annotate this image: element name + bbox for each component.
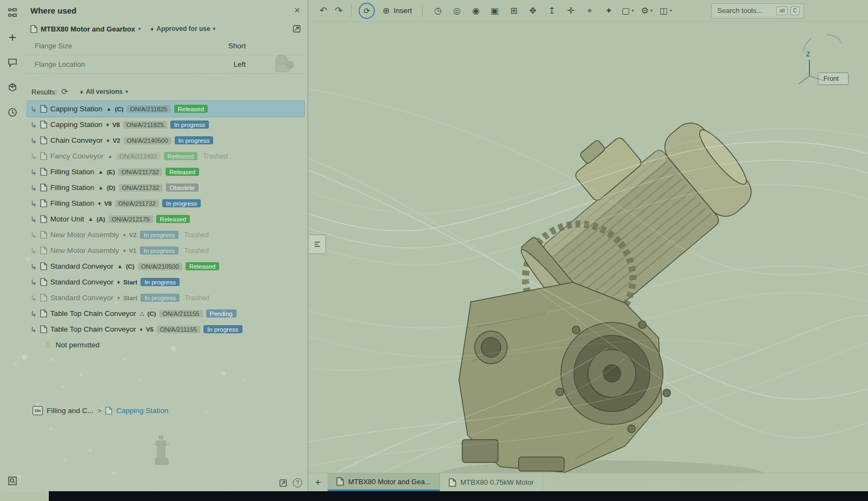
structure-panel-icon[interactable] [7, 7, 18, 18]
result-name: Table Top Chain Conveyor [50, 325, 136, 333]
child-arrow-icon: ↳ [30, 231, 37, 239]
part-number-chip: ON/A/211732 [115, 200, 159, 207]
child-arrow-icon: ↳ [30, 136, 37, 145]
breadcrumb-current-link[interactable]: Capping Station [116, 407, 168, 415]
comment-icon[interactable] [7, 56, 18, 68]
all-versions-label: All versions [86, 88, 123, 96]
breadcrumb-separator: > [97, 407, 101, 415]
result-name: Chain Conveyor [50, 136, 103, 144]
breadcrumb-parent[interactable]: Filling and C... [47, 407, 93, 415]
cylinder-icon[interactable]: ◎ [449, 3, 465, 19]
undo-icon[interactable]: ↶ [316, 3, 331, 18]
toolbar-separator [422, 5, 423, 17]
toolbar-glyph: ◎ [453, 5, 461, 16]
document-icon [30, 25, 37, 33]
where-used-result-row[interactable]: ↳ Fancy Conveyor ▲ ON/A/212432 Released … [27, 148, 304, 164]
rotate-icon[interactable]: ⟳ [359, 3, 375, 19]
document-selector[interactable]: MTBX80 Motor and Gearbox [41, 25, 135, 33]
pattern-icon[interactable]: ⊞ [506, 3, 522, 19]
part-number-chip: ON/A/212175 [108, 215, 153, 223]
field-value[interactable]: Short [228, 42, 246, 50]
part-number-chip: ON/A/210500 [138, 263, 182, 270]
status-badge: In progress [141, 294, 180, 302]
where-used-result-row[interactable]: ↳ New Motor Assembly ♦ V2 In progress Tr… [27, 227, 304, 243]
where-used-result-row[interactable]: ↳ New Motor Assembly ♦ V1 In progress Tr… [27, 243, 304, 258]
insert-button[interactable]: ⊕ Insert [382, 5, 412, 16]
where-used-result-row[interactable]: ↳ Filling Station ▲ (D) ON/A/211732 Obso… [27, 180, 304, 195]
where-used-result-row[interactable]: ↳ Standard Conveyor ▲ (C) ON/A/210500 Re… [27, 258, 304, 274]
selection-box-icon[interactable]: ▢ ▾ [620, 3, 636, 19]
insert-icon: ⊕ [382, 5, 390, 16]
open-detail-icon[interactable] [292, 24, 301, 33]
all-versions-filter[interactable]: ♦ All versions ▾ [80, 88, 128, 96]
close-icon[interactable]: × [294, 5, 300, 15]
torus-icon[interactable]: ◉ [468, 3, 484, 19]
gear-icon[interactable]: ⚙ ▾ [639, 3, 655, 19]
child-arrow-icon: ↳ [30, 262, 37, 271]
document-icon [40, 231, 47, 239]
child-arrow-icon: ↳ [30, 325, 37, 334]
field-value[interactable]: Left [233, 60, 246, 68]
result-name: Filling Station [50, 168, 94, 176]
revision-marker-icon: ♦ [117, 295, 120, 301]
toolbar-glyph: ↥ [548, 5, 555, 16]
child-arrow-icon: ↳ [30, 309, 37, 318]
explode-icon[interactable]: ✥ [525, 3, 541, 19]
document-icon [40, 121, 47, 129]
result-name: Motor Unit [50, 215, 84, 223]
revision-label: V2 [129, 232, 137, 238]
chevron-down-icon[interactable]: ▾ [138, 26, 141, 31]
parts-icon[interactable] [7, 81, 18, 93]
where-used-result-row[interactable]: ↳ Table Top Chain Conveyor △ (C) ON/A/21… [27, 306, 304, 321]
revision-marker-icon: ▲ [98, 169, 104, 175]
document-tab[interactable]: MTBX80 Motor and Gea... [328, 473, 440, 491]
where-used-result-row[interactable]: ↳ Filling Station ▲ (E) ON/A/211732 Rele… [27, 164, 304, 180]
rotate-glyph: ⟳ [363, 7, 370, 15]
zoom-window-icon[interactable] [7, 475, 18, 487]
toolbar-glyph: ⊞ [510, 5, 517, 16]
search-tools-input[interactable]: Search tools... alt C [711, 3, 804, 18]
trashed-label: Trashed [203, 153, 227, 160]
part-number-chip: ON/A/211825 [123, 121, 167, 129]
history-icon[interactable] [7, 106, 18, 118]
where-used-result-row[interactable]: ↳ Standard Conveyor ♦ Start In progress … [27, 290, 304, 306]
where-used-result-row[interactable]: ↳ Standard Conveyor ♦ Start In progress [27, 274, 304, 290]
move-icon[interactable]: ✛ [563, 3, 579, 19]
where-used-result-row[interactable]: ↳ Filling Station ♦ V8 ON/A/211732 In pr… [27, 195, 304, 211]
toolbar-glyph: ▢ [622, 5, 630, 16]
where-used-result-row[interactable]: ↳ Capping Station ♦ V8 ON/A/211825 In pr… [27, 117, 304, 132]
toolbar-separator [351, 5, 352, 17]
toolbar-glyph: ✛ [567, 5, 574, 16]
where-used-result-row[interactable]: ↳ Chain Conveyor ♦ V2 ON/A/2140500 In pr… [27, 132, 304, 148]
snapshot-icon[interactable]: ✦ [601, 3, 617, 19]
document-badge-icon: On [33, 406, 43, 415]
add-icon[interactable] [7, 31, 18, 43]
help-icon[interactable]: ? [293, 478, 302, 487]
where-used-result-row[interactable]: ↳ Motor Unit ▲ (A) ON/A/212175 Released [27, 211, 304, 227]
redo-icon[interactable]: ↷ [331, 3, 346, 18]
where-used-result-row[interactable]: ↳ Capping Station ▲ (C) ON/A/211825 Rele… [27, 101, 304, 117]
toolbar-glyph: ▣ [491, 5, 499, 16]
where-used-results-list: ↳ Capping Station ▲ (C) ON/A/211825 Rele… [26, 101, 305, 337]
revision-marker-icon: ▲ [88, 216, 93, 222]
view-orientation-indicator[interactable]: Z Front [793, 28, 864, 96]
clock-icon[interactable]: ◷ [430, 3, 446, 19]
add-tab-button[interactable]: + [308, 473, 328, 491]
refresh-icon[interactable]: ⟳ [61, 87, 68, 97]
document-tab[interactable]: MTBX80 0.75kW Motor [440, 473, 543, 491]
chevron-down-icon: ▾ [125, 89, 128, 94]
revision-marker-icon: ♦ [140, 326, 143, 332]
display-style-icon[interactable]: ◫ ▾ [658, 3, 674, 19]
extrude-icon[interactable]: ↥ [544, 3, 560, 19]
mate-connector-icon[interactable]: ⌖ [582, 3, 598, 19]
workflow-state-selector[interactable]: ♦ Approved for use ▾ [151, 25, 216, 33]
where-used-panel: Where used × MTBX80 Motor and Gearbox ▾ … [0, 0, 308, 491]
status-badge: Released [156, 215, 190, 223]
where-used-result-row[interactable]: ↳ Table Top Chain Conveyor ♦ V5 ON/A/211… [27, 321, 304, 337]
revision-label: (D) [107, 185, 116, 191]
document-icon [40, 294, 47, 302]
section-icon[interactable]: ▣ [487, 3, 503, 19]
panel-collapse-handle[interactable] [309, 234, 326, 254]
open-graph-icon[interactable] [279, 479, 288, 487]
document-icon [40, 199, 47, 207]
